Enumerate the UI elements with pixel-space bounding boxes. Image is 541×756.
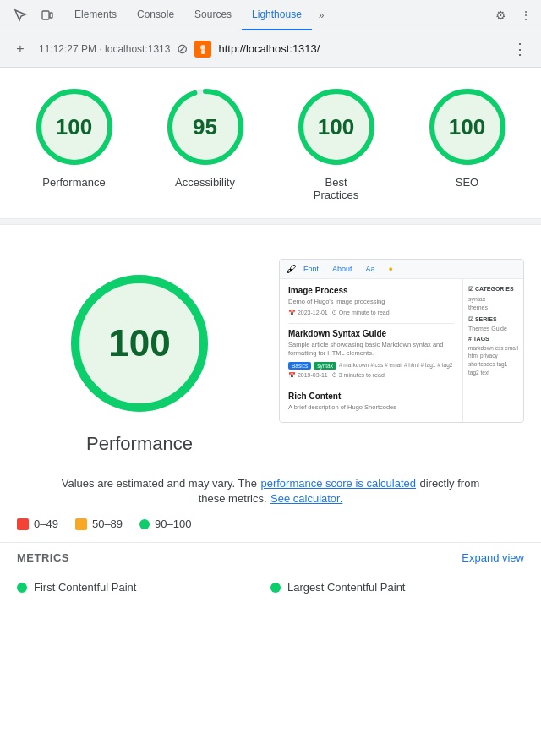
ss-post-3: Rich Content A brief description of Hugo… bbox=[288, 392, 454, 411]
screenshot-frame: 🖋 Font About Aa ● Image Process Demo of … bbox=[279, 259, 524, 423]
screenshot-nav: Font About Aa ● bbox=[303, 265, 393, 273]
timestamp: 11:12:27 PM · localhost:1313 bbox=[39, 43, 170, 55]
tab-lighthouse[interactable]: Lighthouse bbox=[242, 0, 312, 30]
metrics-header: METRICS Expand view bbox=[0, 542, 541, 572]
metrics-list: First Contentful Paint Largest Contentfu… bbox=[0, 572, 541, 602]
legend-item-mid: 50–89 bbox=[75, 518, 123, 530]
more-tabs-button[interactable]: » bbox=[312, 0, 331, 30]
block-icon[interactable]: ⊘ bbox=[177, 41, 188, 57]
score-performance[interactable]: 100 Performance bbox=[32, 85, 117, 189]
ss-divider-2 bbox=[288, 386, 454, 386]
score-circle-performance: 100 bbox=[32, 85, 117, 169]
ss-divider-1 bbox=[288, 323, 454, 324]
select-element-icon[interactable] bbox=[8, 3, 32, 27]
score-value-performance: 100 bbox=[56, 114, 92, 140]
devtools-right-icons: ⚙ ⋮ bbox=[489, 3, 538, 27]
score-circle-best-practices: 100 bbox=[294, 85, 379, 169]
score-label-performance: Performance bbox=[42, 176, 105, 189]
legend-label-mid: 50–89 bbox=[92, 518, 123, 530]
performance-screenshot: 🖋 Font About Aa ● Image Process Demo of … bbox=[279, 259, 524, 423]
url-menu-icon[interactable]: ⋮ bbox=[507, 38, 533, 60]
legend-dot-low bbox=[17, 518, 29, 530]
devtools-tabbar: Elements Console Sources Lighthouse » ⚙ … bbox=[0, 0, 541, 30]
metric-label-fcp: First Contentful Paint bbox=[34, 581, 136, 594]
score-value-seo: 100 bbox=[449, 114, 485, 140]
metric-dot-fcp bbox=[17, 583, 27, 593]
score-value-accessibility: 95 bbox=[193, 114, 217, 140]
legend-label-high: 90–100 bbox=[155, 518, 191, 530]
more-options-icon[interactable]: ⋮ bbox=[514, 3, 538, 27]
legend-label-low: 0–49 bbox=[34, 518, 58, 530]
favicon bbox=[194, 41, 211, 58]
perf-score-link[interactable]: performance score is calculated bbox=[260, 477, 416, 490]
tab-console[interactable]: Console bbox=[127, 0, 184, 30]
legend-dot-high bbox=[139, 519, 150, 529]
spacer bbox=[0, 225, 541, 242]
score-seo[interactable]: 100 SEO bbox=[425, 85, 510, 189]
metrics-title: METRICS bbox=[17, 551, 69, 564]
legend-item-high: 90–100 bbox=[139, 518, 191, 530]
screenshot-sidebar: ☑ CATEGORIES syntaxthemes ☑ SERIES Theme… bbox=[462, 279, 523, 422]
metric-fcp: First Contentful Paint bbox=[17, 572, 270, 602]
performance-section: 100 Performance 🖋 Font About Aa ● Image … bbox=[0, 242, 541, 472]
section-divider bbox=[0, 218, 541, 225]
tab-elements[interactable]: Elements bbox=[64, 0, 127, 30]
svg-rect-3 bbox=[201, 50, 205, 54]
url-address[interactable]: http://localhost:1313/ bbox=[218, 42, 500, 55]
ss-post-2: Markdown Syntax Guide Sample article sho… bbox=[288, 329, 454, 379]
score-circle-seo: 100 bbox=[425, 85, 510, 169]
expand-view-button[interactable]: Expand view bbox=[462, 551, 524, 564]
performance-description: Values are estimated and may vary. The p… bbox=[0, 472, 541, 506]
screenshot-main-content: Image Process Demo of Hugo's image proce… bbox=[280, 279, 462, 422]
score-circle-accessibility: 95 bbox=[163, 85, 248, 169]
metric-dot-lcp bbox=[270, 583, 281, 593]
performance-score-area: 100 Performance bbox=[17, 267, 262, 455]
score-label-seo: SEO bbox=[456, 176, 478, 189]
score-accessibility[interactable]: 95 Accessibility bbox=[163, 85, 248, 189]
performance-title: Performance bbox=[86, 433, 193, 455]
score-label-best-practices: BestPractices bbox=[314, 176, 358, 201]
legend-dot-mid bbox=[75, 518, 87, 530]
calculator-link[interactable]: See calculator. bbox=[270, 492, 342, 505]
score-value-best-practices: 100 bbox=[318, 114, 354, 140]
legend-item-low: 0–49 bbox=[17, 518, 58, 530]
performance-big-circle: 100 bbox=[63, 267, 216, 419]
svg-point-2 bbox=[200, 45, 205, 50]
svg-rect-1 bbox=[50, 13, 52, 18]
add-tab-icon[interactable]: + bbox=[8, 37, 32, 61]
score-best-practices[interactable]: 100 BestPractices bbox=[294, 85, 379, 201]
scores-row: 100 Performance 95 Accessibility 100 Bes… bbox=[0, 68, 541, 218]
screenshot-topbar: 🖋 Font About Aa ● bbox=[280, 260, 523, 279]
device-toolbar-icon[interactable] bbox=[36, 3, 59, 27]
svg-rect-0 bbox=[42, 11, 49, 19]
ss-post-1: Image Process Demo of Hugo's image proce… bbox=[288, 286, 454, 316]
score-label-accessibility: Accessibility bbox=[175, 176, 235, 189]
tab-sources[interactable]: Sources bbox=[184, 0, 242, 30]
metric-lcp: Largest Contentful Paint bbox=[270, 572, 524, 602]
score-legend: 0–49 50–89 90–100 bbox=[0, 506, 541, 542]
metric-label-lcp: Largest Contentful Paint bbox=[287, 581, 405, 594]
url-bar: + 11:12:27 PM · localhost:1313 ⊘ http://… bbox=[0, 30, 541, 68]
settings-icon[interactable]: ⚙ bbox=[489, 3, 512, 27]
devtools-left-icons bbox=[3, 3, 64, 27]
screenshot-content: Image Process Demo of Hugo's image proce… bbox=[280, 279, 523, 422]
performance-score-value: 100 bbox=[108, 322, 170, 364]
ss-tags: Basics syntax # markdown # css # email #… bbox=[288, 362, 454, 370]
